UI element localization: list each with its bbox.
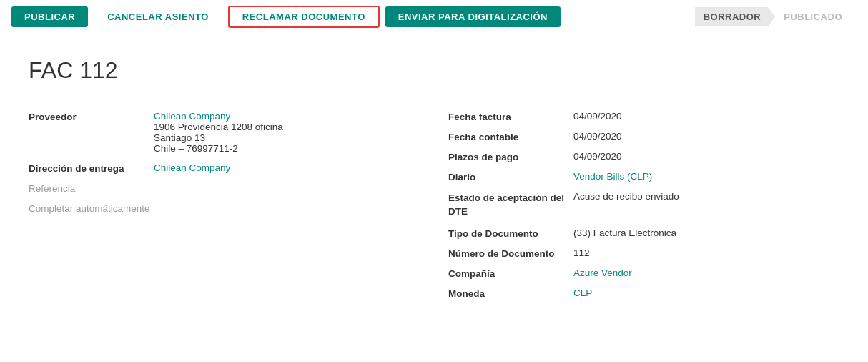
fecha-factura-row: Fecha factura 04/09/2020 <box>448 107 839 127</box>
entrega-row: Dirección de entrega Chilean Company <box>29 158 420 178</box>
tipo-doc-label: Tipo de Documento <box>448 228 573 239</box>
plazos-pago-value: 04/09/2020 <box>573 151 622 162</box>
cancel-button[interactable]: CANCELAR ASIENTO <box>94 6 222 28</box>
tipo-doc-row: Tipo de Documento (33) Factura Electróni… <box>448 223 839 243</box>
referencia-row: Referencia <box>29 178 420 198</box>
completar-row: Completar automáticamente <box>29 198 420 218</box>
proveedor-address: Chilean Company 1906 Providencia 1208 of… <box>154 111 283 154</box>
form-grid: Proveedor Chilean Company 1906 Providenc… <box>29 107 839 303</box>
completar-label: Completar automáticamente <box>29 202 154 214</box>
numero-doc-row: Número de Documento 112 <box>448 243 839 263</box>
page-title: FAC 112 <box>29 57 839 84</box>
diario-label: Diario <box>448 171 573 182</box>
diario-value-link[interactable]: Vendor Bills (CLP) <box>573 171 652 182</box>
address-line1: 1906 Providencia 1208 oficina <box>154 122 283 132</box>
proveedor-name-link[interactable]: Chilean Company <box>154 111 283 122</box>
numero-doc-label: Número de Documento <box>448 248 573 259</box>
fecha-contable-label: Fecha contable <box>448 131 573 142</box>
proveedor-label: Proveedor <box>29 111 154 122</box>
moneda-value-link[interactable]: CLP <box>573 288 592 298</box>
estado-label: Estado de aceptación del DTE <box>448 191 573 219</box>
address-line3: Chile – 76997711-2 <box>154 143 283 154</box>
fecha-factura-value: 04/09/2020 <box>573 111 622 122</box>
left-column: Proveedor Chilean Company 1906 Providenc… <box>29 107 420 303</box>
estado-row: Estado de aceptación del DTE Acuse de re… <box>448 187 839 223</box>
fecha-factura-label: Fecha factura <box>448 111 573 122</box>
enviar-button[interactable]: ENVIAR PARA DIGITALIZACIÓN <box>385 6 561 27</box>
moneda-label: Moneda <box>448 288 573 299</box>
plazos-pago-label: Plazos de pago <box>448 151 573 162</box>
fecha-contable-row: Fecha contable 04/09/2020 <box>448 127 839 147</box>
numero-doc-value: 112 <box>573 248 590 258</box>
status-borrador: BORRADOR <box>695 7 776 26</box>
address-line2: Santiago 13 <box>154 132 283 143</box>
toolbar: PUBLICAR CANCELAR ASIENTO RECLAMAR DOCUM… <box>0 0 868 34</box>
status-publicado: PUBLICADO <box>775 7 857 26</box>
main-content: FAC 112 Proveedor Chilean Company 1906 P… <box>0 34 868 326</box>
entrega-label: Dirección de entrega <box>29 162 154 174</box>
proveedor-row: Proveedor Chilean Company 1906 Providenc… <box>29 107 420 158</box>
reclamar-button[interactable]: RECLAMAR DOCUMENTO <box>228 6 380 28</box>
entrega-value-link[interactable]: Chilean Company <box>154 162 230 173</box>
moneda-row: Moneda CLP <box>448 283 839 303</box>
publish-button[interactable]: PUBLICAR <box>11 6 88 27</box>
fecha-contable-value: 04/09/2020 <box>573 131 622 142</box>
diario-row: Diario Vendor Bills (CLP) <box>448 167 839 187</box>
right-column: Fecha factura 04/09/2020 Fecha contable … <box>448 107 839 303</box>
tipo-doc-value: (33) Factura Electrónica <box>573 228 676 238</box>
status-breadcrumb: BORRADOR PUBLICADO <box>695 7 857 26</box>
referencia-label: Referencia <box>29 182 154 194</box>
compania-row: Compañía Azure Vendor <box>448 263 839 283</box>
plazos-pago-row: Plazos de pago 04/09/2020 <box>448 147 839 167</box>
compania-label: Compañía <box>448 268 573 279</box>
estado-value: Acuse de recibo enviado <box>573 191 679 202</box>
compania-value-link[interactable]: Azure Vendor <box>573 268 632 278</box>
